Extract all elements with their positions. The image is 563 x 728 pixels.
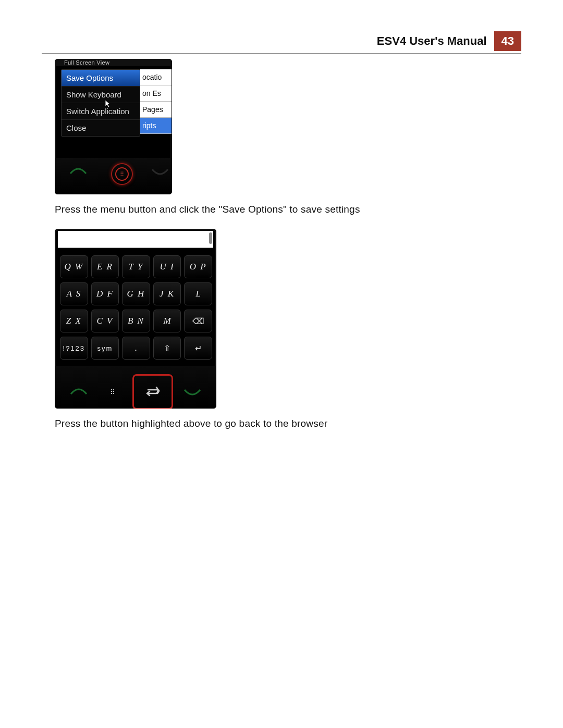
back-arrow-icon <box>145 387 161 397</box>
key-op[interactable]: O P <box>184 255 212 278</box>
end-call-button[interactable] <box>178 380 207 404</box>
background-page-peek: ocatio on Es Pages ripts <box>140 69 172 134</box>
menu-item-close[interactable]: Close <box>62 119 140 136</box>
blackberry-menu-icon: ⠿ <box>120 171 125 177</box>
context-menu: Save Options Show Keyboard Switch Applic… <box>61 69 140 137</box>
menu-button-highlight[interactable]: ⠿ <box>111 163 133 185</box>
key-er[interactable]: E R <box>91 255 119 278</box>
manual-title: ESV4 User's Manual <box>377 32 492 50</box>
key-ui[interactable]: U I <box>153 255 181 278</box>
enter-icon: ↵ <box>195 343 202 353</box>
key-cv[interactable]: C V <box>91 310 119 332</box>
key-bn[interactable]: B N <box>122 310 150 332</box>
back-button-highlight[interactable] <box>132 374 173 409</box>
key-sym[interactable]: sym <box>91 337 119 360</box>
key-ty[interactable]: T Y <box>122 255 150 278</box>
key-period[interactable]: . <box>122 337 150 360</box>
hardware-button-bar: ⠿ <box>55 366 216 409</box>
key-jk[interactable]: J K <box>153 282 181 305</box>
key-gh[interactable]: G H <box>122 282 150 305</box>
peek-row: ocatio <box>140 69 172 85</box>
backspace-icon: ⌫ <box>192 316 204 326</box>
page-number-badge: 43 <box>494 31 521 51</box>
key-df[interactable]: D F <box>91 282 119 305</box>
peek-row: ripts <box>140 118 172 134</box>
key-l[interactable]: L <box>184 282 212 305</box>
blackberry-menu-icon: ⠿ <box>110 389 116 396</box>
key-backspace[interactable]: ⌫ <box>184 310 212 332</box>
call-button-icon <box>69 166 87 179</box>
figure-keyboard-back-button: Q W E R T Y U I O P A S D F G H J K L Z … <box>55 229 216 409</box>
virtual-keyboard: Q W E R T Y U I O P A S D F G H J K L Z … <box>55 248 216 367</box>
key-qw[interactable]: Q W <box>60 255 88 278</box>
peek-row: Pages <box>140 102 172 118</box>
end-button-icon <box>151 166 169 179</box>
browser-top-area <box>58 231 213 248</box>
key-as[interactable]: A S <box>60 282 88 305</box>
status-bar-text: Full Screen View <box>55 59 172 66</box>
key-m[interactable]: M <box>153 310 181 332</box>
menu-item-show-keyboard[interactable]: Show Keyboard <box>62 86 140 103</box>
key-shift[interactable]: ⇧ <box>153 337 181 360</box>
manual-page: ESV4 User's Manual 43 Full Screen View S… <box>0 0 563 474</box>
key-enter[interactable]: ↵ <box>184 337 212 360</box>
figure1-caption: Press the menu button and click the "Sav… <box>55 204 521 215</box>
cursor-icon <box>104 100 112 109</box>
key-numbers[interactable]: !?123 <box>60 337 88 360</box>
call-button[interactable] <box>64 380 93 404</box>
menu-item-switch-application[interactable]: Switch Application <box>62 103 140 119</box>
key-zx[interactable]: Z X <box>60 310 88 332</box>
menu-item-save-options[interactable]: Save Options <box>62 70 140 86</box>
shift-icon: ⇧ <box>164 343 170 353</box>
scrollbar-thumb[interactable] <box>209 232 212 244</box>
figure-save-options-menu: Full Screen View Save Options Show Keybo… <box>55 59 172 194</box>
peek-row: on Es <box>140 85 172 102</box>
menu-button[interactable]: ⠿ <box>98 380 127 404</box>
figure2-caption: Press the button highlighted above to go… <box>55 418 521 429</box>
page-header: ESV4 User's Manual 43 <box>42 31 521 54</box>
